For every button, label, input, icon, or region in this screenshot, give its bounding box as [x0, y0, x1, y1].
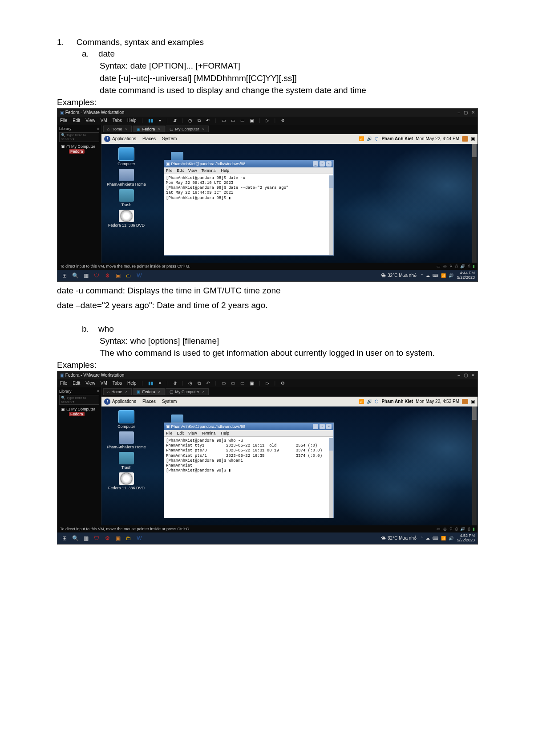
- library-close-icon[interactable]: ×: [97, 126, 99, 131]
- taskbar-weather[interactable]: 🌦32°C Mưa nhỏ: [381, 536, 417, 541]
- gnome-clock[interactable]: Mon May 22, 4:44 PM: [416, 136, 459, 141]
- status-msg-icon[interactable]: ▮: [473, 264, 475, 268]
- fullscreen-icon[interactable]: ▭: [222, 381, 226, 386]
- tab-home-close[interactable]: ×: [125, 127, 127, 131]
- win-search-icon[interactable]: 🔍: [71, 534, 80, 543]
- gnome-terminal-window[interactable]: ▣ PhamAnhKiet@pandora:/hdh/windows/98 _ …: [164, 160, 334, 256]
- guest-scrollbar[interactable]: [472, 144, 477, 263]
- taskbar-vmware-icon[interactable]: ▣: [113, 534, 122, 543]
- gnome-menu-places[interactable]: Places: [142, 136, 156, 141]
- status-printer-icon[interactable]: ⎙: [468, 264, 470, 268]
- tab-mycomputer[interactable]: ▢My Computer×: [166, 126, 209, 132]
- minimize-button[interactable]: –: [457, 110, 460, 115]
- term-menu-edit[interactable]: Edit: [177, 431, 184, 435]
- desktop-dvd-icon[interactable]: Fedora 11 i386 DVD: [107, 472, 146, 490]
- multimon-icon[interactable]: ▭: [240, 118, 244, 123]
- lib-fedora[interactable]: Fedora: [69, 412, 85, 416]
- desktop-trash-icon[interactable]: Trash: [107, 189, 146, 207]
- status-sound-icon[interactable]: 🔊: [460, 264, 465, 268]
- terminal-scrollbar[interactable]: [329, 175, 333, 255]
- console-icon[interactable]: ▷: [266, 118, 269, 123]
- tab-home[interactable]: ⌂Home×: [103, 388, 132, 395]
- guest-desktop-2[interactable]: f Applications Places System 📶 🔊 ⬡ Pham …: [101, 397, 477, 525]
- terminal-titlebar[interactable]: ▣ PhamAnhKiet@pandora:/hdh/windows/98 _ …: [164, 160, 333, 167]
- snapshot-icon[interactable]: ◷: [188, 118, 192, 123]
- term-minimize[interactable]: _: [313, 161, 318, 167]
- usb-icon[interactable]: ⇵: [173, 118, 177, 123]
- tab-fedora[interactable]: ▣Fedora×: [133, 126, 165, 132]
- library-close-icon[interactable]: ×: [97, 389, 99, 394]
- minimize-button[interactable]: –: [457, 373, 460, 378]
- tab-myc-close[interactable]: ×: [202, 390, 205, 394]
- menu-edit[interactable]: Edit: [73, 118, 80, 123]
- taskbar-app-1[interactable]: 🛡: [92, 271, 101, 280]
- settings-icon[interactable]: ⚙: [281, 118, 285, 123]
- tray-wifi-icon[interactable]: 📶: [441, 536, 446, 541]
- tray-volume-icon[interactable]: 🔊: [449, 536, 453, 541]
- taskbar-app-2[interactable]: ⚙: [103, 271, 112, 280]
- tab-fedora-close[interactable]: ×: [158, 127, 160, 131]
- status-hdd-icon[interactable]: ▭: [437, 264, 441, 268]
- multimon-icon[interactable]: ▭: [240, 381, 244, 386]
- term-menu-view[interactable]: View: [188, 431, 197, 435]
- gnome-menu-system[interactable]: System: [162, 136, 177, 141]
- show-desktop-icon[interactable]: ▣: [471, 136, 475, 141]
- tab-fedora-close[interactable]: ×: [158, 390, 160, 394]
- terminal-output[interactable]: [PhamAnhKiet@pandora 98]$ date -u Mon Ma…: [164, 174, 333, 255]
- task-view-icon[interactable]: ▥: [81, 534, 90, 543]
- library-search[interactable]: 🔍Type here to search ▾: [59, 132, 99, 142]
- term-minimize[interactable]: _: [313, 424, 318, 429]
- lib-fedora[interactable]: Fedora: [69, 149, 85, 154]
- task-view-icon[interactable]: ▥: [81, 271, 90, 280]
- tray-onedrive-icon[interactable]: ☁: [426, 273, 430, 278]
- volume-icon[interactable]: 🔊: [367, 136, 372, 141]
- start-button[interactable]: ⊞: [60, 534, 69, 543]
- volume-icon[interactable]: 🔊: [367, 399, 372, 404]
- tray-chevron-icon[interactable]: ˄: [421, 273, 423, 278]
- term-menu-terminal[interactable]: Terminal: [201, 431, 216, 435]
- lib-my-computer[interactable]: ▣ ▢ My Computer: [59, 144, 99, 149]
- maximize-button[interactable]: ▢: [464, 110, 468, 115]
- terminal-output-2[interactable]: [PhamAnhKiet@pandora 98]$ who -u PhamAnh…: [164, 437, 333, 518]
- status-msg-icon[interactable]: ▮: [473, 527, 475, 531]
- maximize-button[interactable]: ▢: [464, 373, 468, 378]
- tray-icons[interactable]: ˄ ☁ ⌨ 📶 🔊: [421, 273, 453, 278]
- stretch-icon[interactable]: ▣: [250, 118, 254, 123]
- taskbar-clock[interactable]: 4:44 PM 5/22/2023: [457, 271, 475, 280]
- menu-view[interactable]: View: [85, 118, 95, 123]
- term-menu-file[interactable]: File: [166, 168, 173, 173]
- menu-view[interactable]: View: [85, 381, 95, 386]
- dropdown-icon[interactable]: ▾: [159, 381, 161, 386]
- revert-icon[interactable]: ↶: [206, 118, 210, 123]
- status-sound-icon[interactable]: 🔊: [460, 527, 465, 531]
- user-switch-icon[interactable]: [462, 136, 468, 142]
- status-printer-icon[interactable]: ⎙: [468, 527, 470, 531]
- term-menu-view[interactable]: View: [188, 168, 197, 173]
- network-icon[interactable]: 📶: [359, 136, 364, 141]
- menu-vm[interactable]: VM: [101, 381, 107, 386]
- tray-lang-icon[interactable]: ⌨: [433, 536, 438, 541]
- tab-home[interactable]: ⌂Home×: [103, 126, 132, 132]
- taskbar-vmware-icon[interactable]: ▣: [113, 271, 122, 280]
- pause-icon[interactable]: ▮▮: [148, 118, 154, 123]
- win-search-icon[interactable]: 🔍: [71, 271, 80, 280]
- tray-lang-icon[interactable]: ⌨: [433, 273, 438, 278]
- lib-my-computer[interactable]: ▣ ▢ My Computer: [59, 406, 99, 412]
- desktop-home-icon[interactable]: PhamAnhKiet's Home: [107, 431, 146, 449]
- tray-wifi-icon[interactable]: 📶: [441, 273, 446, 278]
- gnome-user[interactable]: Pham Anh Kiet: [381, 136, 413, 141]
- desktop-trash-icon[interactable]: Trash: [107, 452, 146, 470]
- tray-chevron-icon[interactable]: ˄: [421, 536, 423, 541]
- fullscreen-icon[interactable]: ▭: [222, 118, 226, 123]
- desktop-computer-icon[interactable]: Computer: [107, 410, 146, 429]
- menu-help[interactable]: Help: [127, 118, 137, 123]
- gnome-menu-places[interactable]: Places: [142, 399, 156, 404]
- status-cd-icon[interactable]: ◎: [443, 527, 447, 531]
- desktop-home-icon[interactable]: PhamAnhKiet's Home: [107, 169, 146, 187]
- show-desktop-icon[interactable]: ▣: [471, 399, 475, 404]
- terminal-scrollbar[interactable]: [329, 438, 333, 518]
- console-icon[interactable]: ▷: [266, 381, 269, 386]
- menu-tabs[interactable]: Tabs: [113, 381, 122, 386]
- user-switch-icon[interactable]: [462, 399, 468, 404]
- taskbar-explorer-icon[interactable]: 🗀: [124, 534, 133, 543]
